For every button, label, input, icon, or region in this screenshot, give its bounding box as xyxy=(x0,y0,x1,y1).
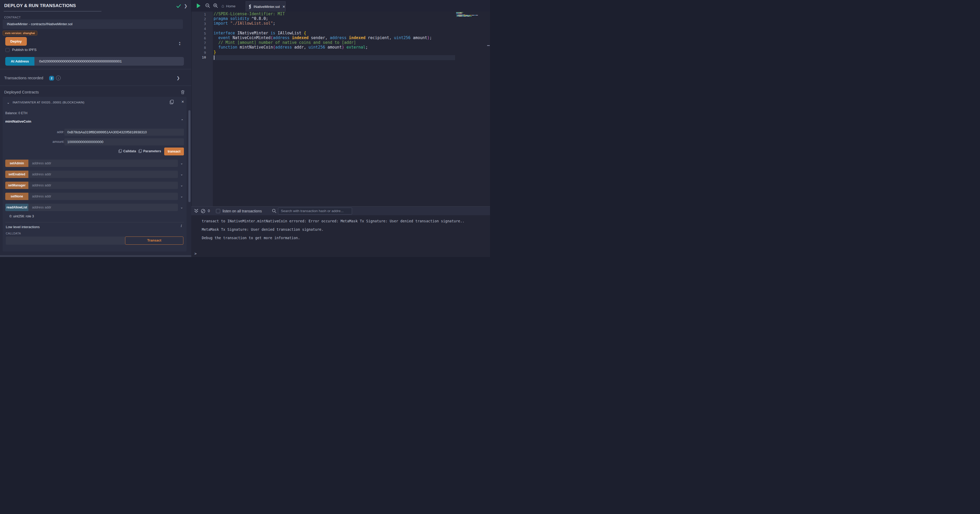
divider xyxy=(0,86,191,86)
code-line-1: //SPDX-License-Identifier: MIT xyxy=(213,11,285,16)
info-icon: i xyxy=(181,224,182,228)
chevron-down-icon[interactable]: ⌄ xyxy=(180,183,183,187)
publish-ipfs-label: Publish to IPFS xyxy=(12,48,37,52)
terminal-log-line: MetaMask Tx Signature: User denied trans… xyxy=(202,227,323,232)
terminal-panel: 0 listen on all transactions Search with… xyxy=(191,206,490,257)
code-line-3: import "./IAllowList.sol"; xyxy=(213,21,275,26)
deploy-run-panel: DEPLOY & RUN TRANSACTIONS ❯ CONTRACT INa… xyxy=(0,0,191,257)
function-row-readAllowList: readAllowListaddress addr⌄ xyxy=(5,204,184,211)
instance-collapse-icon[interactable]: ⌄ xyxy=(7,100,10,105)
panel-scrollbar[interactable] xyxy=(188,110,191,202)
terminal-toolbar: 0 listen on all transactions Search with… xyxy=(191,206,490,215)
addr-field-input[interactable]: 0xB78cbAa319ffBD899951AA30D4320f58189383… xyxy=(64,128,184,136)
addr-field-label: addr: xyxy=(43,130,64,134)
setEnabled-input[interactable]: address addr xyxy=(29,171,178,178)
line-number: 6 xyxy=(204,36,206,40)
amount-field-label: amount: xyxy=(43,140,64,144)
copy-icon[interactable] xyxy=(170,100,173,104)
instance-title: INATIVEMINTER AT 0X020...00001 (BLOCKCHA… xyxy=(13,101,84,104)
readAllowList-button[interactable]: readAllowList xyxy=(5,204,29,211)
close-icon[interactable]: ✕ xyxy=(282,5,285,9)
function-row-setNone: setNoneaddress addr⌄ xyxy=(5,193,184,200)
line-number: 1 xyxy=(204,12,206,16)
line-number-gutter: 12345678910 xyxy=(191,11,213,206)
transactions-expand-icon[interactable]: ❯ xyxy=(177,76,180,80)
tab-inativeminter[interactable]: INativeMinter.sol ✕ xyxy=(246,1,286,11)
scroll-to-bottom-icon[interactable] xyxy=(194,209,199,213)
page-title: DEPLOY & RUN TRANSACTIONS xyxy=(4,3,76,8)
terminal-log-line: Debug the transaction to get more inform… xyxy=(202,236,300,240)
calldata-copy-label[interactable]: Calldata xyxy=(123,149,136,153)
function-row-setEnabled: setEnabledaddress addr⌄ xyxy=(5,171,184,178)
run-script-icon[interactable] xyxy=(196,3,202,8)
transactions-count-badge: 2 xyxy=(49,76,54,81)
amount-field-input[interactable]: 1000000000000000000 xyxy=(64,138,184,146)
line-number: 2 xyxy=(204,17,206,21)
trash-icon[interactable] xyxy=(181,90,185,94)
current-line-highlight xyxy=(213,55,455,60)
setNone-input[interactable]: address addr xyxy=(29,193,178,200)
clear-console-icon[interactable] xyxy=(201,209,205,213)
setNone-button[interactable]: setNone xyxy=(5,193,29,200)
chevron-down-icon[interactable]: ⌄ xyxy=(180,172,183,176)
function-row-setManager: setManageraddress addr⌄ xyxy=(5,182,184,189)
chevron-up-icon[interactable]: ⌃ xyxy=(181,119,184,122)
overview-ruler-marker xyxy=(487,45,490,46)
text-cursor xyxy=(214,56,215,60)
zoom-out-icon[interactable] xyxy=(205,3,210,8)
code-line-9: } xyxy=(213,50,216,55)
function-row-setAdmin: setAdminaddress addr⌄ xyxy=(5,160,184,167)
setManager-button[interactable]: setManager xyxy=(5,182,29,189)
calldata-label: CALLDATA xyxy=(6,232,21,235)
publish-ipfs-checkbox[interactable] xyxy=(6,48,10,52)
divider xyxy=(5,222,184,222)
line-number: 9 xyxy=(204,51,206,55)
code-line-8: function mintNativeCoin(address addr, ui… xyxy=(213,45,368,50)
terminal-prompt[interactable]: > xyxy=(194,251,197,256)
title-underline xyxy=(4,11,102,11)
zoom-in-icon[interactable] xyxy=(213,3,218,8)
chevron-down-icon[interactable]: ⌄ xyxy=(180,161,183,165)
check-icon xyxy=(176,3,182,9)
at-address-input[interactable]: 0x02000000000000000000000000000000000000… xyxy=(34,57,184,66)
tab-home[interactable]: ⌂Home xyxy=(219,2,238,10)
balance-label: Balance: 0 ETH xyxy=(5,111,27,115)
line-number: 4 xyxy=(204,27,206,31)
listen-count: 0 xyxy=(208,209,210,213)
code-line-6: event NativeCoinMinted(address indexed s… xyxy=(213,35,432,40)
listen-all-checkbox[interactable] xyxy=(216,209,220,213)
deployed-instance-card: ⌄ INATIVEMINTER AT 0X020...00001 (BLOCKC… xyxy=(3,97,186,251)
deploy-button[interactable]: Deploy xyxy=(5,37,27,46)
contract-select[interactable]: INativeMinter - contracts/INativeMinter.… xyxy=(3,19,183,29)
line-number: 7 xyxy=(204,41,206,45)
copy-calldata-icon[interactable] xyxy=(118,149,122,153)
setAdmin-input[interactable]: address addr xyxy=(29,160,178,167)
close-icon[interactable]: ✕ xyxy=(181,100,184,104)
parameters-copy-label[interactable]: Parameters xyxy=(143,149,161,153)
line-number: 5 xyxy=(204,32,206,35)
transact-button[interactable]: transact xyxy=(164,148,184,155)
terminal-search-input[interactable]: Search with transaction hash or addre... xyxy=(278,208,352,214)
chevron-down-icon[interactable]: ⌄ xyxy=(180,194,183,198)
readAllowList-input[interactable]: address addr xyxy=(29,204,178,211)
chevron-down-icon[interactable]: ⌄ xyxy=(180,205,183,209)
editor-minimap[interactable] xyxy=(455,11,487,206)
at-address-button[interactable]: At Address xyxy=(5,57,34,66)
solidity-icon xyxy=(248,5,251,9)
setManager-input[interactable]: address addr xyxy=(29,182,178,189)
search-icon xyxy=(272,209,277,213)
evm-version-badge: evm version: shanghai xyxy=(3,31,37,35)
copy-parameters-icon[interactable] xyxy=(138,149,142,153)
setEnabled-button[interactable]: setEnabled xyxy=(5,171,29,178)
panel-expand-icon[interactable]: ❯ xyxy=(184,3,189,9)
home-icon: ⌂ xyxy=(221,3,224,9)
info-icon: i xyxy=(56,76,61,80)
code-line-5: interface INativeMinter is IAllowList { xyxy=(213,31,306,35)
panel-horizontal-scrollbar[interactable] xyxy=(0,255,191,257)
low-level-calldata-input[interactable] xyxy=(6,236,125,245)
low-level-transact-button[interactable]: Transact xyxy=(125,236,183,245)
select-updown-icon: ▲▼ xyxy=(178,41,181,46)
setAdmin-button[interactable]: setAdmin xyxy=(5,160,29,167)
function-name[interactable]: mintNativeCoin xyxy=(5,119,31,124)
line-number: 10 xyxy=(202,56,206,59)
